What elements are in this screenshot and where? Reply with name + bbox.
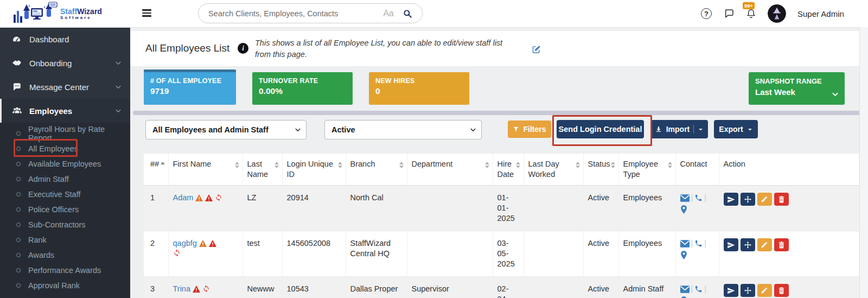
stat-card-turnover-rate[interactable]: TURNOVER RATE0.00% bbox=[252, 72, 353, 105]
employee-type-cell: Admin Staff bbox=[618, 277, 675, 298]
notifications-bell-icon[interactable]: 99+ bbox=[746, 7, 756, 21]
staffwizard-logo[interactable]: StaffWizard Software bbox=[13, 2, 102, 27]
sidebar-subitem-performance-awards[interactable]: Performance Awards bbox=[0, 263, 130, 278]
location-icon[interactable] bbox=[680, 205, 687, 217]
user-name[interactable]: Super Admin bbox=[797, 9, 844, 18]
case-sensitivity-toggle[interactable]: Aa bbox=[383, 9, 394, 18]
warning-red-icon[interactable] bbox=[207, 239, 216, 248]
send-button[interactable] bbox=[724, 238, 738, 251]
column-header-hire-date[interactable]: Hire Date bbox=[493, 154, 524, 186]
filters-button[interactable]: Filters bbox=[508, 121, 551, 138]
email-icon[interactable] bbox=[680, 286, 690, 296]
sort-icon[interactable] bbox=[485, 162, 489, 168]
move-button[interactable] bbox=[741, 193, 755, 206]
status-select[interactable]: Active bbox=[324, 120, 482, 140]
sidebar-subitem-rank[interactable]: Rank bbox=[0, 232, 130, 248]
delete-button[interactable] bbox=[774, 193, 789, 206]
phone-icon[interactable] bbox=[694, 285, 703, 296]
move-button[interactable] bbox=[741, 284, 755, 297]
chevron-down-icon[interactable] bbox=[698, 126, 704, 132]
sync-red-icon[interactable] bbox=[213, 193, 222, 202]
snapshot-range-card[interactable]: SNAPSHOT RANGE Last Week bbox=[749, 72, 845, 105]
delete-button[interactable] bbox=[774, 284, 789, 297]
import-button[interactable]: Import bbox=[650, 120, 708, 138]
brand-staff: Staff bbox=[60, 7, 77, 16]
edit-button[interactable] bbox=[757, 193, 772, 206]
horizontal-scrollbar[interactable] bbox=[133, 111, 864, 115]
column-label: ## bbox=[150, 160, 159, 168]
first-name-link[interactable]: Trina bbox=[173, 284, 191, 293]
sidebar-item-message-center[interactable]: Message Center bbox=[0, 75, 130, 99]
hire-date-cell: 02-24-2025 bbox=[493, 277, 524, 298]
send-button[interactable] bbox=[724, 284, 738, 297]
sidebar-item-dashboard[interactable]: Dashboard bbox=[0, 27, 130, 51]
vertical-scrollbar[interactable] bbox=[859, 27, 868, 298]
user-avatar[interactable] bbox=[768, 4, 786, 23]
employee-type-cell: Employees bbox=[618, 186, 675, 231]
send-login-credential-button[interactable]: Send Login Credential bbox=[557, 120, 644, 138]
email-icon[interactable] bbox=[680, 240, 690, 250]
column-header-last-day-worked[interactable]: Last Day Worked bbox=[524, 154, 583, 186]
phone-icon[interactable] bbox=[694, 239, 703, 250]
sort-icon[interactable] bbox=[668, 162, 672, 168]
sort-asc-icon[interactable] bbox=[161, 162, 165, 164]
sidebar-subitem-sub-contractors[interactable]: Sub-Contractors bbox=[0, 217, 130, 232]
warning-red-icon[interactable] bbox=[190, 284, 200, 293]
stat-card-new-hires[interactable]: NEW HIRES0 bbox=[369, 72, 469, 105]
edit-button[interactable] bbox=[757, 284, 772, 297]
sidebar-subitem-executive-staff[interactable]: Executive Staff bbox=[0, 187, 130, 202]
sidebar-subitem-available-employees[interactable]: Available Employees bbox=[0, 156, 130, 172]
sort-icon[interactable] bbox=[235, 162, 239, 168]
sort-icon[interactable] bbox=[576, 162, 580, 168]
column-header-status[interactable]: Status bbox=[583, 154, 618, 186]
status-cell: Active bbox=[583, 277, 618, 298]
send-button[interactable] bbox=[724, 193, 738, 206]
employee-type-select[interactable]: All Employees and Admin Staff bbox=[145, 120, 307, 140]
column-header-employee-type[interactable]: Employee Type bbox=[618, 154, 675, 186]
hamburger-menu-icon[interactable] bbox=[142, 9, 151, 18]
messages-icon[interactable] bbox=[723, 8, 735, 19]
warning-red-icon[interactable] bbox=[203, 193, 213, 202]
sidebar-subitem-approval-rank[interactable]: Approval Rank bbox=[0, 278, 130, 293]
phone-icon[interactable] bbox=[694, 194, 703, 205]
first-name-link[interactable]: qagbfg bbox=[173, 239, 197, 248]
sidebar-subitem-payroll-hours-by-rate-report[interactable]: Payroll Hours by Rate Report bbox=[0, 126, 130, 141]
first-name-link[interactable]: Adam bbox=[173, 193, 194, 202]
sort-icon[interactable] bbox=[516, 162, 520, 168]
export-button[interactable]: Export bbox=[714, 120, 758, 138]
warning-orange-icon[interactable] bbox=[197, 239, 207, 248]
stat-card-of-all-employee[interactable]: # OF ALL EMPLOYEE9719 bbox=[144, 69, 236, 105]
contact-cell: || bbox=[675, 277, 719, 298]
edit-button[interactable] bbox=[757, 238, 772, 251]
search-icon[interactable] bbox=[403, 9, 412, 18]
sync-red-icon[interactable] bbox=[173, 250, 181, 258]
sort-icon[interactable] bbox=[611, 162, 615, 168]
column-header-department[interactable]: Department bbox=[407, 154, 493, 186]
warning-orange-icon[interactable] bbox=[193, 193, 203, 202]
column-header-first-name[interactable]: First Name bbox=[168, 154, 242, 186]
edit-description-icon[interactable] bbox=[532, 45, 541, 54]
column-header-[interactable]: ## bbox=[144, 154, 168, 186]
global-search-input[interactable]: Search Clients, Employees, Contacts Aa bbox=[198, 3, 423, 23]
chat-icon bbox=[12, 82, 26, 92]
move-button[interactable] bbox=[741, 238, 755, 251]
sort-icon[interactable] bbox=[338, 162, 342, 168]
column-header-last-name[interactable]: Last Name bbox=[242, 154, 282, 186]
column-header-branch[interactable]: Branch bbox=[346, 154, 407, 186]
sync-red-icon[interactable] bbox=[200, 284, 210, 293]
sort-icon[interactable] bbox=[275, 162, 279, 168]
sidebar-item-onboarding[interactable]: Onboarding bbox=[0, 51, 130, 75]
sidebar-subitem-admin-staff[interactable]: Admin Staff bbox=[0, 172, 130, 187]
email-icon[interactable] bbox=[680, 194, 690, 205]
chevron-down-icon[interactable] bbox=[747, 126, 753, 132]
sidebar-subitem-awards[interactable]: Awards bbox=[0, 248, 130, 263]
delete-button[interactable] bbox=[774, 238, 789, 251]
info-icon[interactable]: i bbox=[238, 43, 248, 54]
sort-icon[interactable] bbox=[399, 162, 404, 168]
sidebar-item-employees[interactable]: Employees bbox=[0, 99, 130, 123]
sidebar-subitem-police-officers[interactable]: Police Officers bbox=[0, 202, 130, 217]
location-icon[interactable] bbox=[680, 251, 687, 262]
sidebar-subitem-all-employees[interactable]: All Employees bbox=[0, 141, 130, 156]
column-header-login-unique-id[interactable]: Login Unique ID bbox=[282, 154, 346, 186]
help-icon[interactable]: ? bbox=[701, 8, 712, 19]
